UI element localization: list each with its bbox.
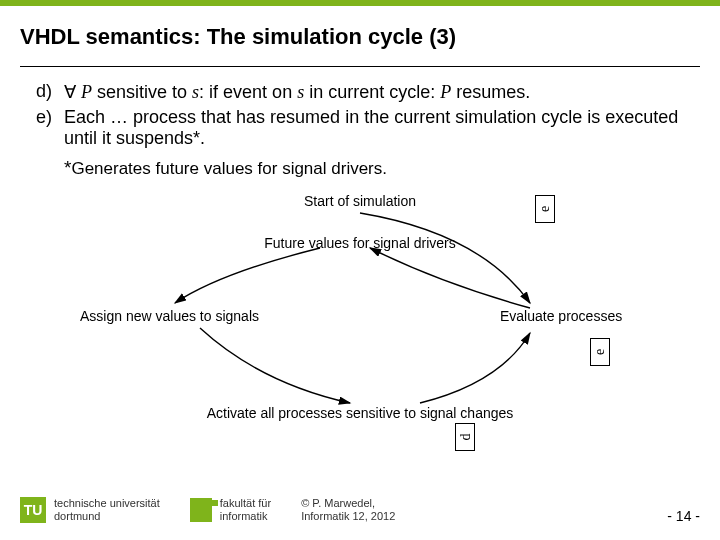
forall-symbol: ∀ [64, 82, 81, 102]
footnote-text: Generates future values for signal drive… [71, 159, 387, 178]
cop-line1: © P. Marwedel, [301, 497, 395, 510]
simulation-cycle-diagram: Start of simulation Future values for si… [60, 193, 660, 453]
tu-logo: TU [20, 497, 46, 523]
item-e-body: Each … process that has resumed in the c… [64, 107, 692, 149]
uni-line2: dortmund [54, 510, 160, 523]
item-e: e) Each … process that has resumed in th… [36, 107, 692, 149]
item-d-body: ∀ P sensitive to s: if event on s in cur… [64, 81, 692, 103]
var-p1: P [81, 82, 92, 102]
slide-title: VHDL semantics: The simulation cycle (3) [0, 6, 720, 66]
text-d1: sensitive to [92, 82, 192, 102]
uni-line1: technische universität [54, 497, 160, 510]
slide-footer: TU technische universität dortmund fakul… [0, 490, 720, 530]
diagram-future-label: Future values for signal drivers [250, 235, 470, 251]
callout-e1: e [535, 195, 555, 223]
page-number: - 14 - [667, 508, 700, 524]
title-divider [20, 66, 700, 67]
body-content: d) ∀ P sensitive to s: if event on s in … [0, 81, 720, 179]
item-d: d) ∀ P sensitive to s: if event on s in … [36, 81, 692, 103]
diagram-activate-label: Activate all processes sensitive to sign… [190, 405, 530, 421]
diagram-start-label: Start of simulation [280, 193, 440, 209]
callout-d-label: d [457, 434, 473, 441]
fac-line2: informatik [220, 510, 271, 523]
var-p2: P [440, 82, 451, 102]
fac-line1: fakultät für [220, 497, 271, 510]
item-d-label: d) [36, 81, 64, 103]
fi-logo [190, 498, 212, 522]
callout-e1-label: e [537, 206, 553, 212]
text-d2: : if event on [199, 82, 297, 102]
footnote: *Generates future values for signal driv… [64, 157, 692, 179]
copyright: © P. Marwedel, Informatik 12, 2012 [301, 497, 395, 523]
faculty-name: fakultät für informatik [220, 497, 271, 523]
text-d4: resumes. [451, 82, 530, 102]
diagram-evaluate-label: Evaluate processes [500, 308, 660, 324]
cop-line2: Informatik 12, 2012 [301, 510, 395, 523]
university-name: technische universität dortmund [54, 497, 160, 523]
callout-d: d [455, 423, 475, 451]
text-d3: in current cycle: [304, 82, 440, 102]
item-e-label: e) [36, 107, 64, 149]
diagram-assign-label: Assign new values to signals [80, 308, 280, 324]
callout-e2-label: e [592, 349, 608, 355]
callout-e2: e [590, 338, 610, 366]
